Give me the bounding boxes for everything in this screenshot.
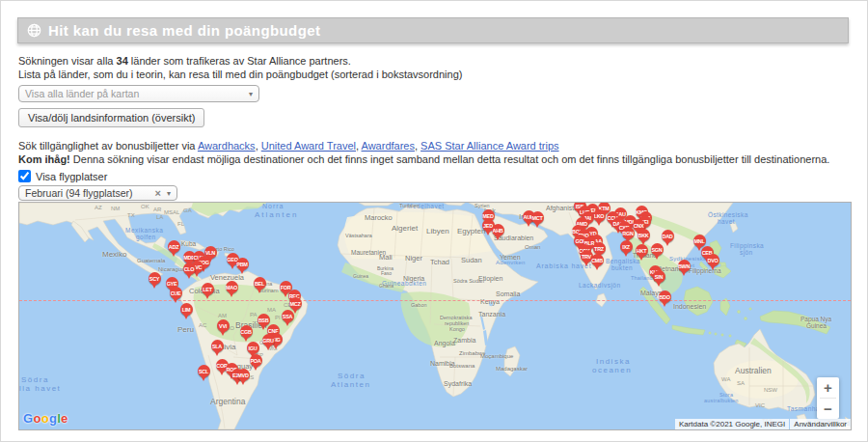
region-label: WA [721, 376, 730, 382]
airport-marker[interactable]: LIM [180, 303, 193, 320]
region-label: AR [153, 207, 161, 212]
region-label: TX [127, 212, 135, 218]
map-canvas[interactable]: + − Google Kartdata ©2021 Google, INEGI … [18, 202, 852, 430]
country-label: Gabon [411, 302, 427, 308]
map-attribution: Kartdata ©2021 Google, INEGI [675, 419, 789, 429]
country-label: Mexiko [102, 250, 126, 259]
zoom-control: + − [817, 377, 839, 419]
country-label: Zambia [453, 337, 475, 344]
chevron-down-icon[interactable]: ▾ [249, 90, 253, 98]
region-label: PA [250, 312, 258, 318]
country-label: Angola [434, 340, 455, 346]
map-attribution-bar: Kartdata ©2021 Google, INEGI Användarvil… [674, 419, 851, 429]
region-label: AM [218, 313, 227, 318]
sea-label: australbukten [704, 398, 739, 403]
airport-marker[interactable]: SGN [651, 243, 664, 261]
country-label: Sydafrika [444, 380, 472, 387]
sea-label: Södra [338, 372, 366, 380]
airport-marker[interactable]: IXZ [620, 240, 633, 258]
airport-marker[interactable]: MVD [237, 369, 250, 386]
airport-marker[interactable]: GRU [262, 334, 275, 351]
terms-link[interactable]: Användarvillkor [790, 419, 851, 429]
airport-marker[interactable]: MAO [226, 281, 238, 298]
link-sas-star-alliance[interactable]: SAS Star Alliance Award trips [420, 140, 558, 152]
airports-checkbox-label: Visa flygplatser [36, 171, 107, 182]
airports-checkbox[interactable] [18, 170, 31, 182]
link-awardhacks[interactable]: Awardhacks [198, 140, 256, 152]
airport-marker[interactable]: BEL [254, 277, 266, 294]
airport-marker[interactable]: PBM [236, 258, 249, 275]
airport-marker[interactable]: POA [250, 354, 262, 372]
airport-marker[interactable]: BDO [659, 290, 671, 308]
region-label: SA [737, 380, 745, 386]
region-label: PI [275, 315, 281, 320]
airport-marker[interactable]: DVO [707, 254, 719, 271]
page-title: Hit kan du resa med din poängbudget [48, 22, 320, 39]
sea-label: sjön [740, 249, 753, 256]
reminder-line: Kom ihåg! Denna sökning visar endast möj… [18, 153, 829, 165]
country-label: Guatemala [137, 258, 165, 263]
airport-marker[interactable]: CGB [240, 325, 253, 343]
airport-marker[interactable]: MCT [531, 211, 544, 229]
sea-label: Södra [21, 375, 49, 384]
airport-marker[interactable]: SCL [198, 365, 210, 382]
airport-marker[interactable]: CLO [183, 262, 196, 280]
bonus-links-prefix: Sök tillgänglighet av bonusbiljetter via [18, 140, 198, 152]
country-label: Guinea [353, 273, 368, 279]
chevron-down-icon[interactable]: ▾ [167, 189, 171, 198]
airport-marker[interactable]: AHB [492, 224, 504, 241]
airports-checkbox-row: Visa flygplatser [18, 170, 107, 182]
airport-marker[interactable]: SCY [149, 272, 161, 290]
region-label: MA [267, 307, 276, 313]
country-select-placeholder: Visa alla länder på kartan [25, 88, 243, 99]
country-label: Yemen [500, 254, 521, 261]
airport-marker[interactable]: CUE [170, 287, 182, 304]
intro-line-2: Lista på länder, som du i teorin, kan re… [18, 69, 462, 80]
airport-marker[interactable]: SIN [653, 270, 665, 288]
airport-marker[interactable]: SLA [211, 340, 224, 357]
country-label: Sudan [461, 256, 482, 264]
sea-label: Filippinska [730, 242, 764, 249]
region-label: AC [199, 322, 206, 328]
month-select-value: Februari (94 flygplatser) [25, 187, 149, 199]
country-label: Somalia [496, 290, 520, 297]
sea-label: Lackadivsjön [579, 282, 621, 289]
sea-label: Indiska [596, 357, 631, 366]
country-label: Madagaskar [496, 366, 528, 372]
airport-marker[interactable]: HKT [636, 244, 648, 262]
link-awardfares[interactable]: Awardfares [362, 140, 415, 152]
sea-label: Atlanten [331, 380, 370, 389]
country-label: Moçambique [480, 353, 513, 359]
country-label: Nigeria [403, 275, 424, 282]
link-united-award-travel[interactable]: United Award Travel [261, 140, 356, 152]
airport-marker[interactable]: LKO [593, 209, 606, 227]
country-label: Peru [177, 325, 194, 334]
airport-marker[interactable]: SSA [282, 310, 294, 327]
region-label: MS [164, 209, 173, 215]
country-label: Västsahara [345, 233, 372, 238]
globe-icon [27, 23, 41, 38]
region-label: NM [111, 206, 120, 211]
airport-marker[interactable]: VVI [217, 319, 230, 337]
sea-label: Östkinesiska [708, 211, 748, 218]
zoom-in-button[interactable]: + [817, 377, 839, 398]
country-select[interactable]: Visa alla länder på kartan ▾ [18, 85, 259, 102]
month-select[interactable]: Februari (94 flygplatser) × ▾ [18, 185, 177, 201]
google-logo[interactable]: Google [23, 411, 68, 426]
toggle-country-info-button[interactable]: Visa/dölj landsinformation (översikt) [18, 108, 204, 127]
region-label: GA [183, 207, 192, 213]
sea-label: oceanen [592, 366, 632, 374]
sea-label: Mexikanska [125, 227, 163, 234]
country-label: Libyen [426, 227, 449, 235]
region-label: LA [156, 214, 163, 220]
airport-marker[interactable]: BWN [678, 260, 691, 277]
airport-marker[interactable]: ADZ [168, 240, 180, 258]
airport-marker[interactable]: CMB [591, 254, 604, 271]
country-label: Tunisien [399, 203, 420, 208]
region-label: VIC [755, 402, 765, 408]
airport-marker[interactable]: LET [202, 283, 214, 300]
zoom-out-button[interactable]: − [817, 399, 839, 419]
clear-icon[interactable]: × [155, 188, 161, 199]
country-label: Ghana [379, 283, 393, 289]
country-label: Tanzania [478, 311, 505, 318]
